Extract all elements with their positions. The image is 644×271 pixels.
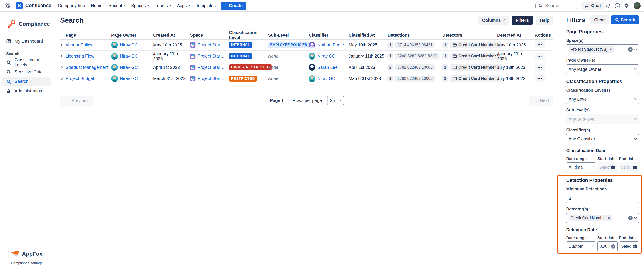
- nav-recent[interactable]: Recent: [108, 3, 126, 8]
- row-actions-button[interactable]: •••: [535, 75, 545, 82]
- detectors-select[interactable]: Credit Card Number× ×: [566, 213, 639, 223]
- nav-templates[interactable]: Templates: [196, 3, 216, 8]
- detector-chip[interactable]: Credit Card Number: [450, 42, 502, 48]
- col-header-classifier[interactable]: Classifier: [309, 33, 349, 38]
- next-page-button[interactable]: → Next: [528, 96, 554, 106]
- col-header-detectors[interactable]: Detectors: [442, 33, 497, 38]
- row-expand-button[interactable]: [60, 78, 62, 80]
- detector-chip[interactable]: Credit Card Number: [450, 53, 502, 60]
- col-header-classification-level[interactable]: Classification Level: [229, 30, 268, 40]
- user-avatar[interactable]: [634, 2, 641, 9]
- clear-icon[interactable]: ×: [628, 216, 633, 220]
- row-expand-button[interactable]: [60, 66, 62, 68]
- compliance-settings-link[interactable]: Compliance settings: [11, 261, 42, 265]
- col-header-detected-at[interactable]: Detected At: [497, 33, 535, 38]
- detectors-count-badge: 1: [442, 64, 448, 70]
- nav-spaces[interactable]: Spaces: [131, 3, 149, 8]
- space-link[interactable]: Project Stardust: [198, 43, 226, 48]
- detector-chip[interactable]: Credit Card Number×: [568, 215, 612, 221]
- appfox-logo: AppFox: [0, 251, 53, 257]
- more-icon: •••: [538, 43, 542, 47]
- owner-avatar: [111, 75, 118, 82]
- space-chip[interactable]: Project Stardust (SB)×: [568, 46, 614, 53]
- sidebar-item-my-dashboard[interactable]: My Dashboard: [2, 37, 51, 46]
- remove-icon[interactable]: ×: [610, 47, 612, 52]
- owner-link[interactable]: Nirav GC: [120, 76, 138, 81]
- classification-start-date-input[interactable]: Select.: [598, 162, 618, 172]
- columns-button[interactable]: Columns: [478, 16, 509, 25]
- help-button-toolbar[interactable]: Help: [536, 16, 554, 25]
- global-search-input[interactable]: [536, 2, 578, 9]
- page-owner-select[interactable]: Any Page Owner: [566, 64, 639, 74]
- classification-end-date-input[interactable]: Select.: [619, 162, 639, 172]
- classifier-link[interactable]: Nirav GC: [317, 54, 335, 59]
- help-button[interactable]: ?: [613, 1, 622, 10]
- col-header-space[interactable]: Space: [190, 33, 229, 38]
- detections-count-badge: 2: [388, 64, 393, 70]
- search-results-table: Page Page Owner Created At Space Classif…: [60, 32, 554, 84]
- col-header-detections[interactable]: Detections: [388, 33, 442, 38]
- apply-search-button[interactable]: Search: [611, 15, 639, 25]
- sidebar-item-classification-levels[interactable]: Classification Levels: [2, 58, 51, 67]
- col-header-page-owner[interactable]: Page Owner: [111, 33, 153, 38]
- detector-chip[interactable]: Credit Card Number: [450, 75, 502, 82]
- detector-chip[interactable]: Credit Card Number: [450, 64, 502, 71]
- clear-filters-button[interactable]: Clear: [590, 15, 609, 25]
- row-expand-button[interactable]: [60, 55, 62, 57]
- page-link[interactable]: Vendor Policy: [66, 43, 92, 48]
- space-link[interactable]: Project Stardust: [198, 54, 226, 59]
- rows-per-page-select[interactable]: 25: [327, 96, 344, 105]
- classification-level-select[interactable]: Any Level: [566, 94, 639, 104]
- nav-teams[interactable]: Teams: [155, 3, 171, 8]
- detection-date-range-select[interactable]: Custom: [566, 241, 596, 251]
- detection-end-date-input[interactable]: Selec: [619, 241, 639, 251]
- spaces-select[interactable]: Project Stardust (SB)× ×: [566, 45, 639, 54]
- calendar-icon[interactable]: [633, 165, 637, 170]
- minimum-detections-input[interactable]: [566, 193, 639, 203]
- settings-button[interactable]: [622, 1, 631, 10]
- nav-apps[interactable]: Apps: [177, 3, 190, 8]
- create-button[interactable]: + Create: [220, 2, 246, 10]
- row-expand-button[interactable]: [60, 44, 62, 46]
- detection-start-date-input[interactable]: 01/0... ×: [598, 241, 618, 251]
- row-actions-button[interactable]: •••: [535, 64, 545, 71]
- owner-link[interactable]: Nirav GC: [120, 43, 138, 48]
- owner-link[interactable]: Nirav GC: [120, 65, 138, 70]
- col-header-sub-level[interactable]: Sub-Level: [268, 33, 309, 38]
- filters-toggle-button[interactable]: Filters: [512, 16, 533, 25]
- col-header-page[interactable]: Page: [66, 33, 111, 38]
- sidebar-item-sensitive-data[interactable]: Sensitive Data: [2, 67, 51, 76]
- classifier-link[interactable]: Nathan Poole: [317, 43, 344, 48]
- owner-avatar: [111, 64, 118, 71]
- calendar-icon[interactable]: [611, 165, 616, 170]
- clear-icon[interactable]: ×: [611, 244, 615, 248]
- calendar-icon[interactable]: [632, 244, 637, 249]
- classifier-select[interactable]: Any Classifier: [566, 134, 639, 144]
- space-link[interactable]: Project Stardust: [198, 65, 226, 70]
- nav-company-hub[interactable]: Company hub: [58, 3, 85, 8]
- detections-count-badge: 1: [388, 53, 393, 59]
- row-actions-button[interactable]: •••: [535, 41, 545, 49]
- sidebar-item-administration[interactable]: Administration: [2, 86, 51, 96]
- chat-button[interactable]: Chat: [582, 2, 604, 10]
- sidebar-item-search[interactable]: Search: [2, 77, 51, 86]
- page-link[interactable]: Licensing Flow: [66, 54, 94, 59]
- row-actions-button[interactable]: •••: [535, 53, 545, 60]
- col-header-created-at[interactable]: Created At: [153, 33, 190, 38]
- classified-at-value: April 1st 2023: [349, 65, 375, 70]
- remove-icon[interactable]: ×: [608, 216, 610, 220]
- classifier-link[interactable]: Sarah Lee: [317, 65, 338, 70]
- app-switcher-button[interactable]: [3, 1, 12, 10]
- classification-date-range-select[interactable]: All time: [566, 162, 596, 172]
- classifier-link[interactable]: Nirav GC: [317, 76, 335, 81]
- page-link[interactable]: Stardust Management: [66, 65, 108, 70]
- nav-home[interactable]: Home: [91, 3, 102, 8]
- col-header-classified-at[interactable]: Classified At: [349, 33, 388, 38]
- clear-icon[interactable]: ×: [628, 47, 633, 52]
- previous-page-button[interactable]: ← Previous: [60, 96, 93, 106]
- page-link[interactable]: Project Budget: [66, 76, 94, 81]
- notifications-button[interactable]: [604, 1, 613, 10]
- owner-link[interactable]: Nirav GC: [120, 54, 138, 59]
- space-link[interactable]: Project Stardust: [198, 76, 226, 81]
- search-input[interactable]: [544, 3, 574, 9]
